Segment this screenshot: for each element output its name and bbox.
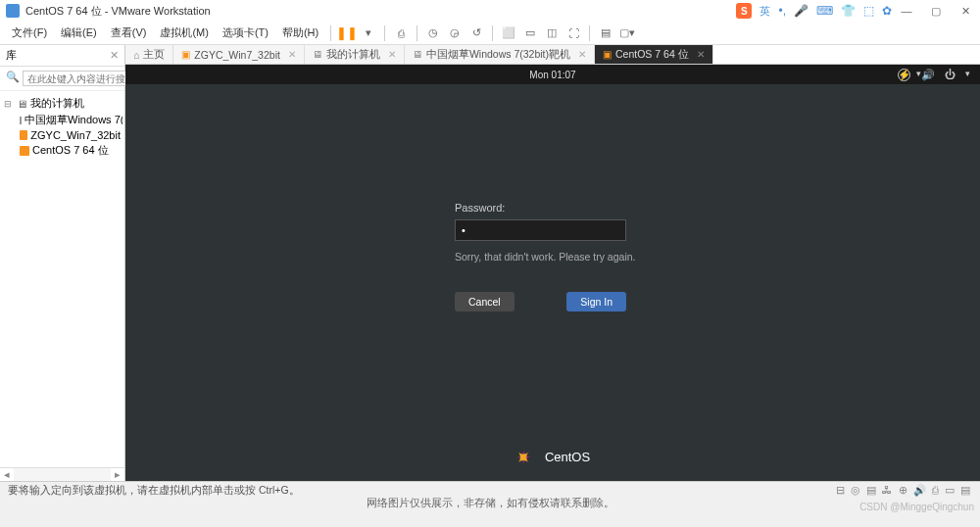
power-icon[interactable]: ⏻: [945, 69, 956, 81]
library-tree: ⊟ 🖥 我的计算机 中国烟草Windows 7(32 ZGYC_Win7_32b…: [0, 91, 124, 163]
tab-vm[interactable]: ▣ZGYC_Win7_32bit✕: [173, 45, 305, 64]
separator: [492, 25, 493, 41]
centos-brand-text: CentOS: [545, 450, 590, 464]
password-label: Password:: [455, 202, 651, 214]
tree-item[interactable]: ZGYC_Win7_32bit: [2, 128, 122, 142]
vm-off-icon: [20, 117, 22, 124]
guest-display[interactable]: Mon 01:07 ◉ ▾ ⚡ 🔊 ⏻ ▾ Password: Sorry, t…: [125, 65, 980, 481]
sound-icon[interactable]: 🔊: [913, 484, 926, 497]
display-icon[interactable]: ▭: [945, 484, 955, 497]
gnome-topbar: Mon 01:07 ◉ ▾ ⚡ 🔊 ⏻ ▾: [125, 65, 980, 84]
centos-logo: CentOS: [515, 446, 590, 467]
tree-item-label: ZGYC_Win7_32bit: [30, 129, 121, 141]
sidebar-title: 库: [6, 48, 110, 63]
revert-icon[interactable]: ↺: [466, 24, 486, 43]
vm-on-icon: [20, 146, 29, 156]
status-bar: 要将输入定向到该虚拟机，请在虚拟机内部单击或按 Ctrl+G。 网络图片仅供展示…: [0, 481, 980, 499]
tab-close-icon[interactable]: ✕: [697, 49, 705, 60]
send-ctrl-alt-del-icon[interactable]: ⎙: [391, 24, 411, 43]
vm-icon: ▣: [603, 49, 612, 60]
app-icon: [6, 4, 20, 18]
scroll-track[interactable]: [14, 468, 111, 481]
ime-mic-icon[interactable]: 🎤: [794, 4, 808, 18]
ime-skin-icon[interactable]: 👕: [841, 4, 856, 18]
ime-toolbox-icon[interactable]: ⬚: [863, 4, 874, 18]
maximize-button[interactable]: ▢: [921, 0, 951, 22]
tab-label: 我的计算机: [326, 48, 380, 62]
menu-view[interactable]: 查看(V): [105, 24, 153, 42]
snapshot-icon[interactable]: ◷: [423, 24, 443, 43]
tree-item[interactable]: CentOS 7 64 位: [2, 142, 122, 159]
volume-icon[interactable]: 🔊: [921, 69, 935, 81]
close-button[interactable]: ✕: [951, 0, 980, 22]
monitor-icon: 🖥: [413, 49, 422, 60]
menu-tabs[interactable]: 选项卡(T): [217, 24, 274, 42]
message-icon[interactable]: ▤: [960, 484, 970, 497]
tree-root-label: 我的计算机: [30, 96, 84, 111]
minimize-button[interactable]: —: [892, 0, 921, 22]
tree-item-label: 中国烟草Windows 7(32: [24, 113, 122, 127]
tab-vm-active[interactable]: ▣CentOS 7 64 位✕: [595, 45, 713, 64]
fit-guest-icon[interactable]: ⬜: [499, 24, 518, 43]
scroll-right-icon[interactable]: ▸: [111, 468, 124, 481]
vm-tabs: ⌂主页 ▣ZGYC_Win7_32bit✕ 🖥我的计算机✕ 🖥中国烟草Windo…: [125, 45, 980, 65]
ime-sogou-icon[interactable]: S: [736, 3, 752, 19]
tab-home[interactable]: ⌂主页: [125, 45, 173, 64]
cancel-button[interactable]: Cancel: [455, 292, 514, 311]
fullscreen-icon[interactable]: ⛶: [564, 24, 583, 43]
sidebar-scrollbar[interactable]: ◂ ▸: [0, 467, 124, 481]
collapse-icon[interactable]: ⊟: [4, 99, 14, 109]
menu-file[interactable]: 文件(F): [6, 24, 53, 42]
sidebar-close-icon[interactable]: ✕: [110, 49, 119, 62]
search-icon: 🔍: [6, 71, 20, 86]
scroll-left-icon[interactable]: ◂: [0, 468, 14, 481]
home-icon: ⌂: [133, 49, 139, 61]
thumbnail-icon[interactable]: ▢▾: [617, 24, 637, 43]
ime-toolbar[interactable]: S 英 •, 🎤 ⌨ 👕 ⬚ ✿: [736, 3, 892, 19]
ime-lang[interactable]: 英: [760, 4, 770, 19]
network-icon[interactable]: ⚡: [898, 69, 911, 81]
menu-bar: 文件(F) 编辑(E) 查看(V) 虚拟机(M) 选项卡(T) 帮助(H) ❚❚…: [0, 22, 980, 45]
centos-mark-icon: [515, 446, 537, 467]
cd-icon[interactable]: ◎: [851, 484, 860, 497]
floppy-icon[interactable]: ▤: [866, 484, 876, 497]
login-error: Sorry, that didn't work. Please try agai…: [455, 251, 651, 263]
ime-punct-icon[interactable]: •,: [778, 4, 786, 18]
watermark-text: 网络图片仅供展示，非存储，如有侵权请联系删除。: [367, 496, 614, 510]
window-title: CentOS 7 64 位 - VMware Workstation: [25, 4, 211, 19]
tree-root[interactable]: ⊟ 🖥 我的计算机: [2, 95, 122, 112]
ime-settings-icon[interactable]: ✿: [882, 4, 892, 18]
monitor-icon: 🖥: [313, 49, 322, 60]
clock[interactable]: Mon 01:07: [529, 70, 575, 80]
separator: [416, 25, 417, 41]
library-icon[interactable]: ▤: [596, 24, 615, 43]
unity-icon[interactable]: ◫: [542, 24, 562, 43]
printer-icon[interactable]: ⎙: [932, 484, 939, 497]
tree-item[interactable]: 中国烟草Windows 7(32: [2, 112, 122, 128]
menu-vm[interactable]: 虚拟机(M): [154, 24, 215, 42]
menu-edit[interactable]: 编辑(E): [55, 24, 103, 42]
disk-icon[interactable]: ⊟: [836, 484, 845, 497]
tab-close-icon[interactable]: ✕: [578, 49, 586, 60]
tab-close-icon[interactable]: ✕: [288, 49, 296, 60]
signin-button[interactable]: Sign In: [566, 292, 626, 311]
ime-keyboard-icon[interactable]: ⌨: [816, 4, 833, 18]
pause-icon[interactable]: ❚❚: [337, 24, 357, 43]
snapshot-manager-icon[interactable]: ◶: [445, 24, 465, 43]
tab-close-icon[interactable]: ✕: [388, 49, 396, 60]
status-hint: 要将输入定向到该虚拟机，请在虚拟机内部单击或按 Ctrl+G。: [8, 484, 300, 498]
library-sidebar: 库 ✕ 🔍 ▼ ⊟ 🖥 我的计算机 中国烟草Windows 7(32 ZGYC_…: [0, 45, 125, 481]
system-dropdown-icon[interactable]: ▾: [965, 69, 970, 81]
network-adapter-icon[interactable]: 🖧: [882, 484, 893, 497]
vm-on-icon: [20, 130, 27, 140]
dropdown-icon[interactable]: ▾: [359, 24, 378, 43]
tab-vm[interactable]: 🖥中国烟草Windows 7(32bit)靶机✕: [405, 45, 595, 64]
password-input[interactable]: [455, 219, 626, 241]
tab-label: 中国烟草Windows 7(32bit)靶机: [426, 48, 570, 62]
usb-icon[interactable]: ⊕: [899, 484, 907, 497]
title-bar: CentOS 7 64 位 - VMware Workstation S 英 •…: [0, 0, 980, 22]
login-panel: Password: Sorry, that didn't work. Pleas…: [455, 202, 651, 311]
menu-help[interactable]: 帮助(H): [276, 24, 324, 42]
tab-mycomputer[interactable]: 🖥我的计算机✕: [305, 45, 405, 64]
fit-window-icon[interactable]: ▭: [520, 24, 540, 43]
